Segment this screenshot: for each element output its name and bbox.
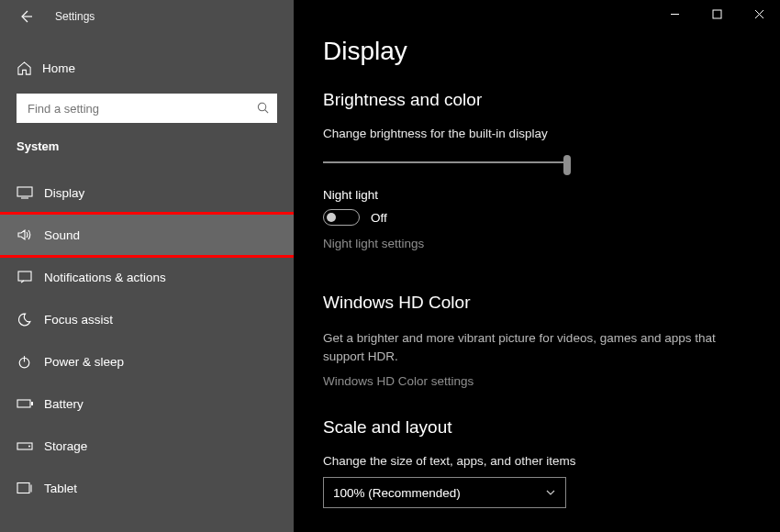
slider-thumb[interactable] — [563, 155, 571, 175]
sidebar-item-sound[interactable]: Sound — [0, 214, 294, 256]
svg-point-7 — [28, 446, 30, 448]
speaker-icon — [17, 227, 44, 242]
night-light-settings-link[interactable]: Night light settings — [323, 237, 751, 250]
sidebar-item-storage[interactable]: Storage — [0, 425, 294, 467]
sidebar-item-label: Focus assist — [44, 313, 113, 327]
svg-rect-9 — [713, 10, 721, 18]
close-icon — [754, 9, 764, 19]
toggle-knob — [327, 213, 336, 222]
svg-rect-5 — [31, 402, 33, 405]
power-icon — [17, 354, 44, 370]
sidebar-item-notifications[interactable]: Notifications & actions — [0, 256, 294, 298]
minimize-icon — [670, 9, 680, 19]
sidebar-item-focus-assist[interactable]: Focus assist — [0, 298, 294, 340]
svg-rect-1 — [17, 187, 32, 196]
storage-icon — [17, 439, 44, 452]
svg-rect-8 — [17, 482, 29, 493]
minimize-button[interactable] — [653, 0, 696, 28]
night-light-label: Night light — [323, 188, 751, 202]
section-title-hdcolor: Windows HD Color — [323, 293, 751, 313]
svg-rect-4 — [17, 400, 30, 407]
arrow-left-icon — [18, 9, 33, 24]
sidebar-item-display[interactable]: Display — [0, 172, 294, 214]
search-input[interactable] — [17, 94, 277, 123]
window-controls — [653, 0, 780, 28]
hdcolor-desc: Get a brighter and more vibrant picture … — [323, 329, 727, 365]
main-content: Display Brightness and color Change brig… — [294, 0, 780, 532]
sidebar-item-battery[interactable]: Battery — [0, 382, 294, 425]
moon-icon — [17, 312, 44, 327]
svg-rect-2 — [18, 272, 31, 281]
hdcolor-settings-link[interactable]: Windows HD Color settings — [323, 374, 751, 388]
sidebar-item-label: Display — [44, 186, 84, 200]
nav-list: Display Sound Notifications & actions Fo… — [0, 172, 294, 509]
battery-icon — [17, 398, 44, 409]
svg-point-0 — [258, 103, 265, 110]
sidebar-item-label: Tablet — [44, 482, 77, 495]
night-light-toggle[interactable] — [323, 209, 360, 226]
home-label: Home — [42, 61, 75, 75]
sidebar-item-power-sleep[interactable]: Power & sleep — [0, 340, 294, 382]
search-field[interactable] — [26, 101, 248, 116]
titlebar: Settings — [0, 0, 294, 33]
home-icon — [17, 61, 39, 76]
home-button[interactable]: Home — [0, 50, 294, 86]
page-title: Display — [323, 37, 751, 66]
scale-dropdown-value: 100% (Recommended) — [333, 486, 461, 500]
scale-label: Change the size of text, apps, and other… — [323, 454, 751, 468]
sidebar-item-label: Notifications & actions — [44, 271, 166, 284]
monitor-icon — [17, 185, 44, 200]
sidebar: Settings Home System Display — [0, 0, 294, 532]
sidebar-item-label: Battery — [44, 397, 84, 411]
sidebar-item-label: Sound — [44, 228, 80, 242]
sidebar-item-tablet[interactable]: Tablet — [0, 467, 294, 509]
section-title-brightness: Brightness and color — [323, 90, 751, 110]
tablet-icon — [17, 482, 44, 495]
close-button[interactable] — [738, 0, 780, 28]
window-title: Settings — [55, 10, 95, 23]
sidebar-item-label: Power & sleep — [44, 355, 124, 369]
section-label-system: System — [0, 139, 294, 153]
brightness-slider[interactable] — [323, 151, 571, 173]
back-button[interactable] — [17, 7, 35, 26]
search-icon — [256, 101, 270, 115]
section-title-scale: Scale and layout — [323, 417, 751, 438]
maximize-button[interactable] — [696, 0, 738, 28]
notifications-icon — [17, 270, 44, 284]
chevron-down-icon — [545, 487, 556, 498]
scale-dropdown[interactable]: 100% (Recommended) — [323, 477, 566, 508]
night-light-state: Off — [371, 211, 387, 225]
maximize-icon — [712, 9, 722, 19]
brightness-slider-label: Change brightness for the built-in displ… — [323, 127, 751, 140]
slider-track — [323, 161, 571, 163]
sidebar-item-label: Storage — [44, 439, 87, 453]
